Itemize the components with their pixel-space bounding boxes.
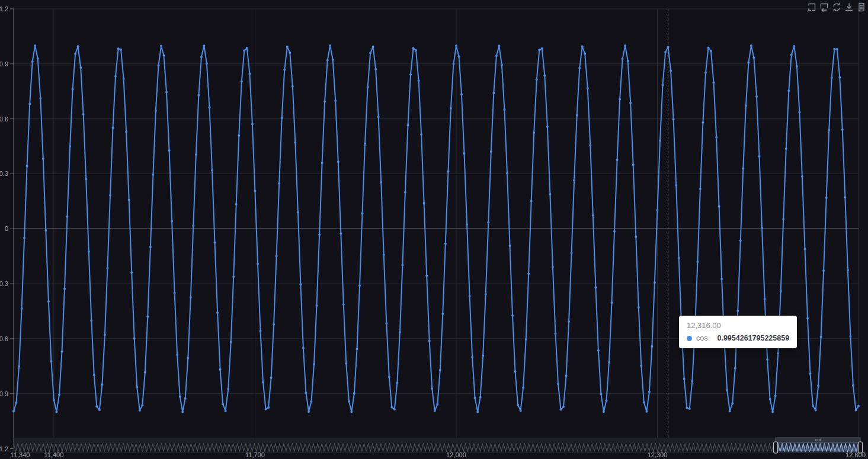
data-point <box>643 401 645 403</box>
data-point <box>128 199 130 201</box>
data-point <box>769 398 771 400</box>
data-point <box>713 82 715 84</box>
data-point <box>383 253 385 256</box>
data-point <box>308 410 310 413</box>
data-point <box>356 348 358 350</box>
data-point <box>764 298 766 300</box>
y-axis-label: -0.3 <box>0 280 8 287</box>
y-axis-label: 0 <box>5 225 8 232</box>
data-point <box>278 182 280 185</box>
data-point <box>576 114 578 117</box>
data-point <box>302 347 305 349</box>
data-point <box>197 94 200 97</box>
data-point <box>815 409 817 412</box>
data-point <box>257 262 259 265</box>
data-point <box>225 410 227 412</box>
data-point <box>195 153 197 156</box>
data-point <box>648 391 651 393</box>
zoom-reset-icon[interactable] <box>819 2 829 12</box>
data-point <box>37 57 39 60</box>
data-point <box>849 335 851 338</box>
data-point <box>447 171 449 173</box>
data-point <box>294 141 296 143</box>
data-point <box>125 130 127 133</box>
data-point <box>847 269 849 271</box>
data-point <box>710 50 712 52</box>
data-point <box>248 73 251 75</box>
data-point <box>238 134 240 137</box>
chart-canvas[interactable]: 1.20.90.60.30-0.3-0.6-0.9-1.211,34011,40… <box>0 0 868 459</box>
data-point <box>825 197 828 199</box>
data-point <box>262 381 264 383</box>
data-point <box>670 70 672 72</box>
data-point <box>155 110 157 112</box>
data-point <box>431 387 433 390</box>
data-point <box>55 410 57 413</box>
data-point <box>809 373 812 375</box>
data-point <box>592 214 594 217</box>
data-point <box>688 407 691 410</box>
datazoom-left-handle[interactable] <box>774 442 778 453</box>
data-point <box>704 72 707 74</box>
data-point <box>227 388 229 390</box>
data-point <box>640 364 642 367</box>
data-point <box>525 338 527 341</box>
data-point <box>409 73 412 76</box>
data-point <box>608 361 610 363</box>
data-point <box>720 278 723 280</box>
y-axis-label: 0.9 <box>0 60 8 68</box>
data-point <box>715 136 718 139</box>
data-point <box>520 409 522 412</box>
data-point <box>498 45 500 47</box>
data-point <box>428 340 431 342</box>
data-point <box>436 403 438 406</box>
data-view-icon[interactable] <box>856 2 866 12</box>
data-point <box>342 303 345 306</box>
data-point <box>611 301 613 304</box>
data-point <box>482 355 484 357</box>
data-point <box>619 98 621 101</box>
data-point <box>69 145 71 147</box>
data-point <box>729 410 731 412</box>
datazoom-move-bar[interactable] <box>14 438 860 442</box>
data-point <box>476 411 479 413</box>
data-point <box>659 139 661 142</box>
data-point <box>235 203 238 206</box>
data-point <box>629 102 632 104</box>
data-point <box>662 84 664 86</box>
data-point <box>452 63 454 65</box>
y-axis-label: -1.2 <box>0 445 8 452</box>
x-axis-label: 12,300 <box>648 451 668 458</box>
data-point <box>260 330 262 332</box>
restore-icon[interactable] <box>831 2 841 12</box>
data-point <box>358 284 361 287</box>
data-point <box>299 283 302 285</box>
data-point <box>286 46 289 48</box>
data-point <box>511 314 514 317</box>
data-point <box>731 402 734 405</box>
data-point <box>546 126 549 128</box>
data-point <box>855 409 857 412</box>
data-point <box>707 46 710 49</box>
data-point <box>755 95 758 98</box>
data-point <box>74 53 76 55</box>
data-point <box>273 323 275 326</box>
data-point <box>492 92 495 94</box>
data-point <box>133 338 136 340</box>
data-point <box>353 392 355 394</box>
data-point <box>444 243 447 245</box>
data-point <box>364 142 366 145</box>
data-point <box>752 56 755 59</box>
data-point <box>222 403 224 405</box>
data-point <box>654 281 656 284</box>
data-point <box>120 49 122 51</box>
data-point <box>139 409 141 412</box>
data-point <box>292 85 294 88</box>
save-image-icon[interactable] <box>844 2 854 12</box>
data-point <box>79 66 82 69</box>
data-point <box>104 333 106 336</box>
data-point <box>790 53 793 56</box>
data-point <box>407 124 409 126</box>
data-point <box>146 316 149 318</box>
data-zoom-select-icon[interactable] <box>806 2 816 12</box>
